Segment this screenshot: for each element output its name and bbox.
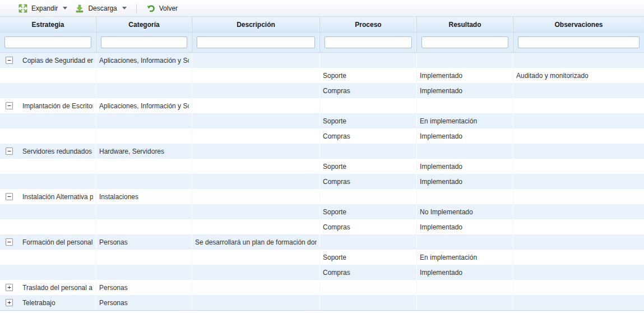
column-header-proceso[interactable]: Proceso [320,17,417,32]
cell-estrategia: − Implantación de Escritorio [0,98,96,113]
data-grid: Estrategia Categoría Descripción Proceso… [0,17,644,311]
download-button[interactable]: Descarga [71,2,130,15]
cell-descripcion [192,295,320,310]
cell-estrategia [0,219,96,234]
cell-descripcion [192,280,320,295]
filter-input-estrategia[interactable] [4,36,91,48]
filter-input-observaciones[interactable] [518,36,640,48]
table-row[interactable]: − Formación del personal en Personas Se … [0,234,644,250]
cell-resultado: Implementado [417,128,513,144]
cell-estrategia: + Traslado del personal a la [0,280,96,295]
column-header-observaciones[interactable]: Observaciones [513,17,644,32]
expander-icon[interactable]: + [6,284,13,291]
download-button-label: Descarga [88,4,117,12]
filter-row [0,33,644,53]
cell-categoria: Aplicaciones, Información y Soft [96,53,192,68]
column-header-estrategia[interactable]: Estrategia [0,17,96,32]
column-header-descripcion[interactable]: Descripción [192,17,320,32]
table-row[interactable]: Soporte Implementado [0,159,644,174]
cell-observaciones [513,53,644,68]
table-row[interactable]: Compras Implementado [0,128,644,144]
toolbar-separator [136,4,137,13]
cell-observaciones [513,265,644,280]
cell-estrategia [0,83,96,98]
cell-categoria [96,204,192,219]
resultado-text: No Implementado [420,208,473,216]
table-row[interactable]: − Implantación de Escritorio Aplicacione… [0,98,644,113]
resultado-text: Implementado [420,87,462,95]
table-row[interactable]: Compras Implementado [0,219,644,234]
table-row[interactable]: Soporte Implementado Auditado y monitori… [0,68,644,83]
cell-estrategia: − Instalación Alternativa pre [0,189,96,204]
column-header-categoria[interactable]: Categoría [96,17,192,32]
expander-icon[interactable]: − [6,57,13,64]
filter-input-descripcion[interactable] [197,36,315,48]
filter-cell [96,33,192,52]
categoria-text: Aplicaciones, Información y Soft [99,102,189,110]
cell-resultado: No Implementado [417,204,513,219]
expander-icon[interactable]: − [6,102,13,109]
cell-proceso: Soporte [320,68,417,83]
table-row[interactable]: − Instalación Alternativa pre Instalacio… [0,189,644,204]
table-row[interactable]: + Teletrabajo Personas [0,295,644,310]
cell-estrategia [0,113,96,128]
proceso-text: Compras [323,132,350,140]
cell-observaciones [513,144,644,159]
cell-estrategia: − Formación del personal en [0,234,96,250]
estrategia-text: Teletrabajo [22,299,55,307]
cell-observaciones [513,98,644,113]
table-row[interactable]: Soporte En implementación [0,250,644,265]
cell-categoria: Personas [96,295,192,310]
cell-descripcion [192,144,320,159]
table-row[interactable]: + Traslado del personal a la Personas [0,280,644,295]
cell-resultado: Implementado [417,174,513,189]
filter-input-proceso[interactable] [325,36,412,48]
cell-proceso: Soporte [320,159,417,174]
expand-button[interactable]: Expandir [15,2,71,15]
resultado-text: Implementado [420,269,462,277]
cell-observaciones [513,83,644,98]
cell-observaciones [513,219,644,234]
expander-icon[interactable]: − [6,193,13,200]
cell-categoria [96,219,192,234]
cell-proceso [320,234,417,250]
cell-resultado: En implementación [417,113,513,128]
proceso-text: Compras [323,178,350,186]
cell-estrategia [0,68,96,83]
expander-icon[interactable]: + [6,299,13,306]
table-row[interactable]: Compras Implementado [0,174,644,189]
cell-resultado [417,53,513,68]
cell-resultado: Implementado [417,83,513,98]
cell-descripcion [192,204,320,219]
column-header-resultado[interactable]: Resultado [417,17,513,32]
estrategia-text: Formación del personal en [22,238,93,246]
cell-categoria [96,250,192,265]
filter-cell [417,33,513,52]
cell-categoria [96,128,192,144]
table-row[interactable]: Soporte No Implementado [0,204,644,219]
cell-categoria: Aplicaciones, Información y Soft [96,98,192,113]
cell-estrategia [0,204,96,219]
cell-observaciones [513,128,644,144]
estrategia-text: Traslado del personal a la [22,284,93,292]
table-row[interactable]: Compras Implementado [0,83,644,98]
toolbar: Expandir Descarga Volver [0,0,644,17]
table-row[interactable]: − Copias de Seguridad en to Aplicaciones… [0,53,644,68]
cell-resultado [417,98,513,113]
cell-descripcion [192,174,320,189]
cell-observaciones [513,113,644,128]
expander-icon[interactable]: − [6,238,13,246]
filter-input-categoria[interactable] [101,36,187,48]
cell-descripcion [192,83,320,98]
table-row[interactable]: Compras Implementado [0,265,644,280]
cell-resultado [417,234,513,250]
cell-descripcion [192,189,320,204]
table-row[interactable]: − Servidores redundados Ac Hardware, Ser… [0,144,644,159]
cell-observaciones [513,159,644,174]
table-row[interactable]: Soporte En implementación [0,113,644,128]
back-button[interactable]: Volver [142,2,182,15]
filter-input-resultado[interactable] [421,36,508,48]
expander-icon[interactable]: − [6,148,13,155]
cell-categoria: Personas [96,280,192,295]
cell-proceso [320,189,417,204]
